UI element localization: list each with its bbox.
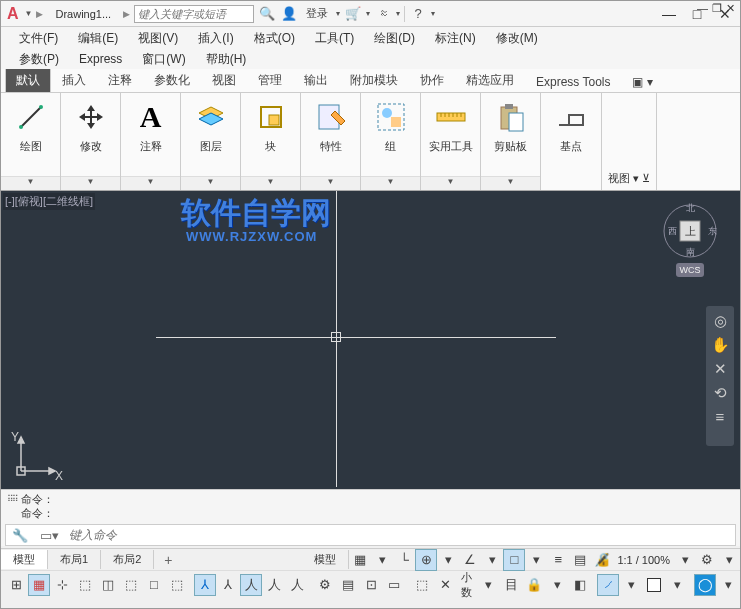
menu-edit[interactable]: 编辑(E) <box>68 30 128 47</box>
menu-param[interactable]: 参数(P) <box>9 51 69 68</box>
d9[interactable]: ▾ <box>666 574 688 596</box>
basepoint-button[interactable]: 基点 <box>553 99 589 154</box>
status-layer-swatch[interactable] <box>643 574 665 596</box>
cart-dropdown[interactable]: ▾ <box>366 9 370 18</box>
group-button[interactable]: 组 <box>373 99 409 154</box>
line-button[interactable]: 绘图 <box>13 99 49 154</box>
app-logo[interactable]: A <box>5 5 21 23</box>
block-button[interactable]: 块 <box>253 99 289 154</box>
ribbon-tab-annotate[interactable]: 注释 <box>97 67 143 92</box>
ribbon-tab-collab[interactable]: 协作 <box>409 67 455 92</box>
status-anno4-icon[interactable]: 人 <box>263 574 285 596</box>
status-anno5-icon[interactable]: 人 <box>286 574 308 596</box>
share-dropdown[interactable]: ▾ <box>396 9 400 18</box>
d1[interactable]: ▾ <box>437 549 459 571</box>
ribbon-tab-param[interactable]: 参数化 <box>143 67 201 92</box>
view-panel-label[interactable]: 视图 ▾ ⊻ <box>608 171 650 186</box>
status-qp-icon[interactable]: ▤ <box>337 574 359 596</box>
panel-props-drop[interactable]: ▼ <box>301 176 360 190</box>
d10[interactable]: ▾ <box>717 574 739 596</box>
status-polar-icon[interactable]: ⊕ <box>415 549 437 571</box>
status-gizmo-icon[interactable]: ⬚ <box>166 574 188 596</box>
ribbon-tab-express[interactable]: Express Tools <box>525 70 621 92</box>
search-input[interactable] <box>134 5 254 23</box>
user-icon[interactable]: 👤 <box>280 5 298 23</box>
nav-fullnav-icon[interactable]: ◎ <box>714 312 727 330</box>
login-button[interactable]: 登录 <box>302 6 332 21</box>
help-icon[interactable]: ? <box>409 5 427 23</box>
nav-pan-icon[interactable]: ✋ <box>711 336 730 354</box>
status-selection-icon[interactable]: □ <box>143 574 165 596</box>
navigation-bar[interactable]: ◎ ✋ ✕ ⟲ ≡ <box>706 306 734 446</box>
status-anno3-icon[interactable]: 人 <box>240 574 262 596</box>
panel-modify-drop[interactable]: ▼ <box>61 176 120 190</box>
menu-view[interactable]: 视图(V) <box>128 30 188 47</box>
layers-button[interactable]: 图层 <box>193 99 229 154</box>
status-tpy-icon[interactable]: ▤ <box>569 549 591 571</box>
command-grip[interactable]: ⠿⠿ <box>7 492 21 520</box>
menu-draw[interactable]: 绘图(D) <box>364 30 425 47</box>
ribbon-tab-featured[interactable]: 精选应用 <box>455 67 525 92</box>
move-button[interactable]: 修改 <box>73 99 109 154</box>
status-annomon-icon[interactable]: ⅄ <box>194 574 216 596</box>
status-lock-icon[interactable]: ⬚ <box>411 574 433 596</box>
search-icon[interactable]: 🔍 <box>258 5 276 23</box>
panel-layers-drop[interactable]: ▼ <box>181 176 240 190</box>
panel-draw-drop[interactable]: ▼ <box>1 176 60 190</box>
ribbon-tab-output[interactable]: 输出 <box>293 67 339 92</box>
status-ortho-icon[interactable]: └ <box>393 549 415 571</box>
login-dropdown[interactable]: ▾ <box>336 9 340 18</box>
mdi-restore[interactable]: ❐ <box>712 2 722 15</box>
status-dyn-icon[interactable]: ⊹ <box>51 574 73 596</box>
command-line[interactable]: 🔧 ▭▾ <box>5 524 736 546</box>
panel-annotate-drop[interactable]: ▼ <box>121 176 180 190</box>
status-osnap-icon[interactable]: □ <box>503 549 525 571</box>
status-lockui-icon[interactable]: 🔒 <box>523 574 545 596</box>
help-dropdown[interactable]: ▾ <box>431 9 435 18</box>
status-annovis-icon[interactable]: ⅄ <box>217 574 239 596</box>
layout-tab-model[interactable]: 模型 <box>1 550 48 569</box>
panel-utils-drop[interactable]: ▼ <box>421 176 480 190</box>
ucs-icon[interactable] <box>13 429 63 481</box>
layout-tab-2[interactable]: 布局2 <box>101 550 154 569</box>
status-graphics-icon[interactable]: ⟋ <box>597 574 619 596</box>
status-grid-drop[interactable]: ▾ <box>371 549 393 571</box>
layout-add-button[interactable]: + <box>154 552 182 568</box>
nav-zoom-icon[interactable]: ✕ <box>714 360 727 378</box>
status-custom-icon[interactable]: ◯ <box>694 574 716 596</box>
menu-insert[interactable]: 插入(I) <box>188 30 243 47</box>
status-grid-icon[interactable]: ▦ <box>349 549 371 571</box>
status-gear-icon[interactable]: ⚙ <box>696 549 718 571</box>
status-dynconstraint-icon[interactable]: ◫ <box>97 574 119 596</box>
mdi-minimize[interactable]: — <box>697 2 708 15</box>
menu-tools[interactable]: 工具(T) <box>305 30 364 47</box>
command-input[interactable] <box>65 528 735 542</box>
viewport-label[interactable]: [-][俯视][二维线框] <box>3 193 95 210</box>
ribbon-overflow[interactable]: ▣ ▾ <box>621 70 663 92</box>
text-button[interactable]: A 注释 <box>133 99 169 154</box>
d8[interactable]: ▾ <box>620 574 642 596</box>
panel-block-drop[interactable]: ▼ <box>241 176 300 190</box>
panel-clipboard-drop[interactable]: ▼ <box>481 176 540 190</box>
status-infer-icon[interactable]: ▦ <box>28 574 50 596</box>
ribbon-tab-manage[interactable]: 管理 <box>247 67 293 92</box>
ribbon-tab-addons[interactable]: 附加模块 <box>339 67 409 92</box>
ribbon-tab-view[interactable]: 视图 <box>201 67 247 92</box>
nav-more-icon[interactable]: ≡ <box>716 408 725 425</box>
status-scale[interactable]: 1:1 / 100% <box>613 554 674 566</box>
ribbon-tab-insert[interactable]: 插入 <box>51 67 97 92</box>
command-options-icon[interactable]: 🔧 <box>6 528 34 543</box>
menu-modify[interactable]: 修改(M) <box>486 30 548 47</box>
cart-icon[interactable]: 🛒 <box>344 5 362 23</box>
d5[interactable]: ▾ <box>718 549 740 571</box>
d3[interactable]: ▾ <box>525 549 547 571</box>
minimize-button[interactable]: — <box>658 6 680 22</box>
status-clean-icon[interactable]: ▭ <box>383 574 405 596</box>
status-annoscale-icon[interactable]: 🔏 <box>591 549 613 571</box>
status-quickprops-icon[interactable]: 目 <box>500 574 522 596</box>
d7[interactable]: ▾ <box>546 574 568 596</box>
mdi-close[interactable]: ✕ <box>726 2 735 15</box>
status-snap-icon[interactable]: ⊞ <box>5 574 27 596</box>
status-3dosnap-icon[interactable]: ⬚ <box>74 574 96 596</box>
command-recent-icon[interactable]: ▭▾ <box>34 528 65 543</box>
